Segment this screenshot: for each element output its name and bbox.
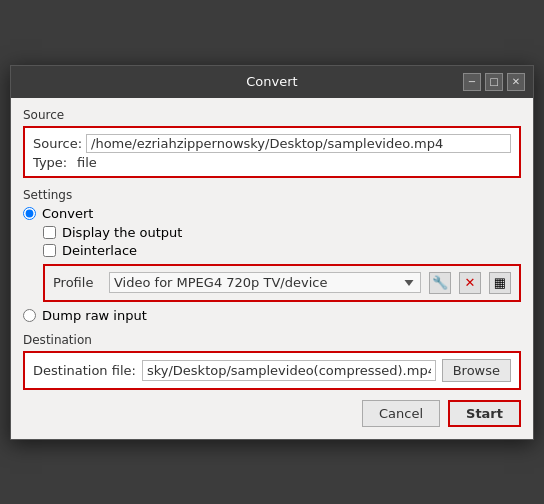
dest-file-key: Destination file:: [33, 363, 136, 378]
profile-select[interactable]: Video for MPEG4 720p TV/device Video for…: [109, 272, 421, 293]
profile-label: Profile: [53, 275, 101, 290]
close-button[interactable]: ✕: [507, 73, 525, 91]
wrench-icon: 🔧: [432, 275, 448, 290]
destination-section-label: Destination: [23, 333, 521, 347]
dump-radio-label: Dump raw input: [42, 308, 147, 323]
bottom-buttons: Cancel Start: [23, 400, 521, 427]
source-section-label: Source: [23, 108, 521, 122]
source-key-label: Source:: [33, 136, 82, 151]
deinterlace-checkbox[interactable]: [43, 244, 56, 257]
source-file-input[interactable]: [86, 134, 511, 153]
profile-box: Profile Video for MPEG4 720p TV/device V…: [43, 264, 521, 302]
destination-box: Destination file: Browse: [23, 351, 521, 390]
settings-section-label: Settings: [23, 188, 521, 202]
delete-profile-button[interactable]: ✕: [459, 272, 481, 294]
edit-profile-button[interactable]: ▦: [489, 272, 511, 294]
display-output-checkbox[interactable]: [43, 226, 56, 239]
window-controls: − □ ✕: [463, 73, 525, 91]
window-title: Convert: [246, 74, 297, 89]
minimize-button[interactable]: −: [463, 73, 481, 91]
titlebar: Convert − □ ✕: [11, 66, 533, 98]
deinterlace-label: Deinterlace: [62, 243, 137, 258]
convert-radio[interactable]: [23, 207, 36, 220]
delete-icon: ✕: [465, 275, 476, 290]
deinterlace-row: Deinterlace: [43, 243, 521, 258]
window-content: Source Source: Type: file Settings Conve…: [11, 98, 533, 439]
destination-file-row: Destination file: Browse: [33, 359, 511, 382]
cancel-button[interactable]: Cancel: [362, 400, 440, 427]
convert-dialog: Convert − □ ✕ Source Source: Type: file …: [10, 65, 534, 440]
convert-radio-row: Convert: [23, 206, 521, 221]
table-icon: ▦: [494, 275, 506, 290]
destination-file-input[interactable]: [142, 360, 436, 381]
type-value: file: [77, 155, 97, 170]
source-type-row: Type: file: [33, 155, 511, 170]
dump-radio-row: Dump raw input: [23, 308, 521, 323]
wrench-button[interactable]: 🔧: [429, 272, 451, 294]
type-key-label: Type:: [33, 155, 73, 170]
display-output-row: Display the output: [43, 225, 521, 240]
settings-section: Convert Display the output Deinterlace P…: [23, 206, 521, 323]
maximize-button[interactable]: □: [485, 73, 503, 91]
browse-button[interactable]: Browse: [442, 359, 511, 382]
start-button[interactable]: Start: [448, 400, 521, 427]
source-file-row: Source:: [33, 134, 511, 153]
source-box: Source: Type: file: [23, 126, 521, 178]
display-output-label: Display the output: [62, 225, 182, 240]
dump-radio[interactable]: [23, 309, 36, 322]
convert-radio-label: Convert: [42, 206, 93, 221]
